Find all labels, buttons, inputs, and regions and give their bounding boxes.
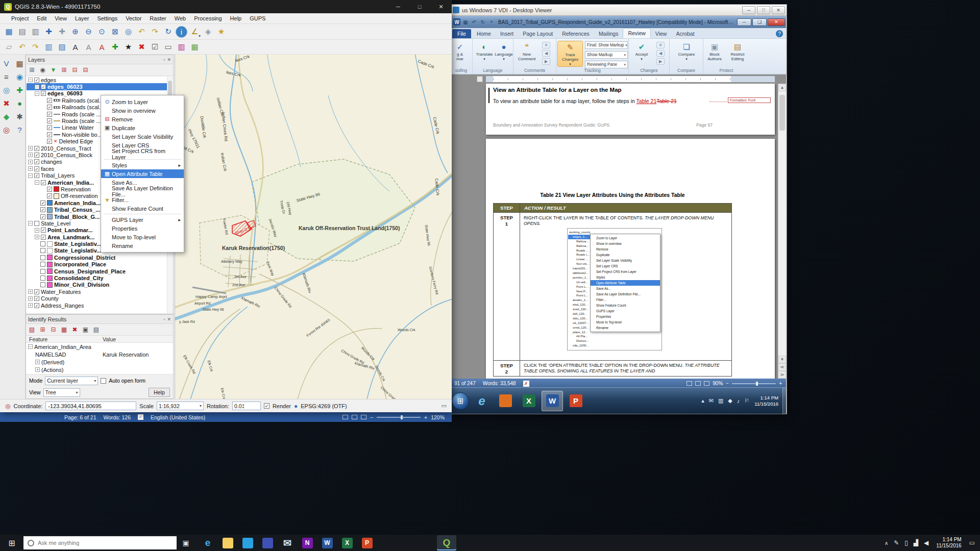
layer-item-edges-06023[interactable]: −✓edges_06023 <box>27 83 167 90</box>
vdi-minimize-button[interactable]: ─ <box>742 6 755 14</box>
vdi-maximize-button[interactable]: □ <box>757 6 770 14</box>
touch-zoom-button[interactable]: ▱ <box>3 41 15 53</box>
new-shapefile-button[interactable]: ✚ <box>14 84 26 96</box>
tab-view[interactable]: View <box>651 29 672 38</box>
close-panel-icon[interactable]: ✕ <box>167 57 171 62</box>
open-form-button[interactable]: ▤ <box>27 325 37 335</box>
previous-comment-icon[interactable]: ◀ <box>542 50 550 57</box>
layer-item-minor-civil-division[interactable]: Minor_Civil_Division <box>27 282 167 288</box>
collapse-icon[interactable]: − <box>28 221 33 226</box>
help-button[interactable]: Help <box>149 388 170 397</box>
processing-tool-button[interactable]: ✱ <box>14 111 26 122</box>
scroll-down-icon[interactable]: ▼ <box>778 356 786 363</box>
checkbox-incorporated-place[interactable] <box>40 262 45 267</box>
search-input[interactable] <box>38 540 155 546</box>
zoom-next-button[interactable]: ↷ <box>149 26 161 38</box>
reviewing-pane-dropdown[interactable]: Reviewing Pane▾ <box>585 61 628 68</box>
next-change-icon[interactable]: ▶ <box>656 58 665 65</box>
checkbox-2010-census-tract[interactable]: ✓ <box>34 146 39 151</box>
network-icon[interactable]: ▥ <box>718 397 723 404</box>
vertical-scrollbar[interactable]: ▲ ▼ ≪ ≫ <box>778 84 786 379</box>
word-maximize-button[interactable]: ❏ <box>752 18 767 26</box>
next-comment-icon[interactable]: ▶ <box>542 58 550 65</box>
map-canvas[interactable]: Ikes CrkIkes CrkCade CrkIndian CrkDoolit… <box>175 55 452 399</box>
bg-zoom-slider[interactable] <box>377 417 421 418</box>
menu-item-zoom-to-layer[interactable]: ⊙Zoom to Layer <box>101 97 184 106</box>
checkbox-county[interactable]: ✓ <box>34 296 39 301</box>
word-minimize-button[interactable]: ─ <box>737 18 751 26</box>
measure-line-button[interactable]: ∠▾ <box>189 26 201 38</box>
tab-insert[interactable]: Insert <box>496 29 518 38</box>
coordinate-icon[interactable]: ◎ <box>5 403 10 410</box>
word-titlebar[interactable]: W ▦ ↶ ↻ ▾ BAS_2017_Tribal_GUPS_Responden… <box>450 16 786 28</box>
save-icon[interactable]: ▦ <box>462 18 469 26</box>
flag-icon[interactable]: ⚐ <box>744 397 749 404</box>
restrict-editing-button[interactable]: ▤ Restrict Editing <box>726 41 749 61</box>
layer-item-census-designated-place[interactable]: Census_Designated_Place <box>27 268 167 274</box>
add-vector-layer-button[interactable]: V <box>1 58 12 69</box>
layer-item-congressional-district[interactable]: Congressional_District <box>27 254 167 261</box>
checkbox-railroads-scal[interactable]: ✓ <box>47 98 52 103</box>
next-page-icon[interactable]: ≫ <box>778 371 786 379</box>
undo-icon[interactable]: ↶ <box>471 18 478 26</box>
taskbar-clock[interactable]: 1:14 PM11/15/2016 <box>934 537 963 549</box>
tab-mailings[interactable]: Mailings <box>594 29 623 38</box>
checkbox-water-features[interactable]: ✓ <box>34 289 39 294</box>
identify-row-derived[interactable]: +(Derived) <box>26 358 173 366</box>
task-view-button[interactable]: ▣ <box>177 535 195 551</box>
checkbox-congressional-district[interactable] <box>40 255 45 260</box>
statistics-button[interactable]: ▥ <box>176 41 187 53</box>
expand-icon[interactable]: + <box>28 146 33 151</box>
checkbox-linear-water[interactable]: ✓ <box>47 125 52 130</box>
scale-combo[interactable]: 1:16,932▾ <box>157 402 204 410</box>
start-button[interactable]: ⊞ <box>0 535 23 551</box>
checkbox-edges-06023[interactable]: ✓ <box>41 84 46 89</box>
action-center-icon[interactable]: ▭ <box>969 539 978 546</box>
battery-icon[interactable]: ▯ <box>904 539 908 546</box>
previous-change-icon[interactable]: ◀ <box>656 50 665 57</box>
checkbox-deleted-edge[interactable]: ✓ <box>47 139 52 144</box>
bg-word-words[interactable]: Words: 126 <box>103 414 131 420</box>
identify-row-american-indian-area[interactable]: −American_Indian_Area <box>26 343 173 350</box>
app-gray-button[interactable] <box>417 535 436 550</box>
mail-button[interactable]: ✉ <box>278 535 297 550</box>
word-close-button[interactable]: ✕ <box>768 18 785 26</box>
show-markup-dropdown[interactable]: Show Markup▾ <box>585 51 628 59</box>
block-authors-button[interactable]: ▣ Block Authors <box>703 41 726 61</box>
proofing-status-icon[interactable]: ✗ <box>523 381 529 387</box>
menu-item-rename[interactable]: Rename <box>101 241 184 250</box>
tab-review[interactable]: Review <box>623 28 650 38</box>
firefox-button[interactable] <box>377 535 397 550</box>
onenote-button[interactable]: N <box>298 535 317 550</box>
qgis-minimize-button[interactable]: ─ <box>387 0 409 13</box>
zoom-in-icon[interactable]: + <box>779 381 782 386</box>
document-page-1[interactable]: View an Attribute Table for a Layer on t… <box>486 84 775 135</box>
expand-tree-button[interactable]: ⊞ <box>38 325 47 335</box>
layer-item-incorporated-place[interactable]: Incorporated_Place <box>27 261 167 268</box>
edge-button[interactable]: e <box>198 535 217 550</box>
checkbox-faces[interactable]: ✓ <box>34 166 39 171</box>
identify-row-namelsad[interactable]: NAMELSADKaruk Reservation <box>26 350 173 358</box>
print-results-button[interactable]: ▤ <box>91 325 101 335</box>
view-combo[interactable]: Tree▾ <box>43 388 80 397</box>
accept-button[interactable]: ✔ Accept▾ <box>630 41 653 61</box>
web-layout-icon[interactable] <box>704 381 709 386</box>
coordinate-input[interactable] <box>45 402 136 410</box>
expand-icon[interactable]: + <box>28 160 33 164</box>
add-wms-layer-button[interactable]: ◉ <box>14 71 26 83</box>
powerpoint-button[interactable]: P <box>565 391 586 411</box>
crs-button[interactable]: EPSG:4269 (OTF) <box>301 403 347 409</box>
render-checkbox[interactable]: ✓ <box>264 403 270 409</box>
menu-processing[interactable]: Processing <box>190 15 226 21</box>
document-area[interactable]: View an Attribute Table for a Layer on t… <box>450 84 778 379</box>
menu-item-move-to-top-level[interactable]: Move to Top-level <box>101 233 184 241</box>
add-delimited-text-button[interactable]: ≡ <box>1 71 12 83</box>
compare-button[interactable]: ❏ Compare▾ <box>674 41 699 61</box>
auto-open-checkbox[interactable] <box>101 378 106 384</box>
map-tips-button[interactable]: ◈ <box>202 26 214 38</box>
layer-item-address-ranges[interactable]: +✓Address_Ranges <box>27 302 167 309</box>
manage-visibility-button[interactable]: ◉ <box>38 65 47 75</box>
background-word-status-bar[interactable]: Page: 6 of 21 Words: 126 ✓ English (Unit… <box>0 412 452 422</box>
layer-item-edges[interactable]: −✓edges <box>27 77 167 83</box>
checkbox-non-visible-bo[interactable]: ✓ <box>47 132 52 137</box>
